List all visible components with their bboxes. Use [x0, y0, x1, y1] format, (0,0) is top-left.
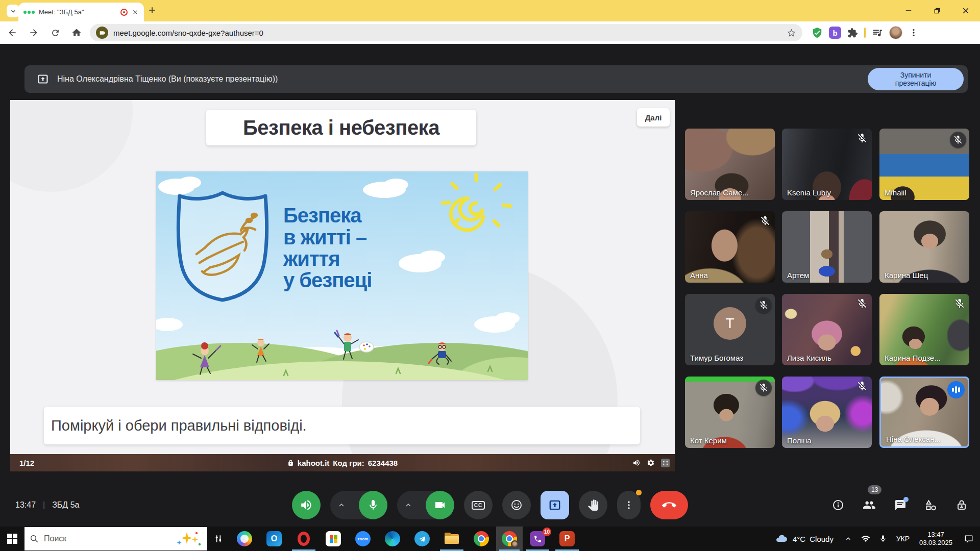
mic-muted-icon	[954, 298, 965, 309]
participant-tile[interactable]: Карина Шец	[879, 211, 969, 283]
camera-icon	[434, 499, 446, 511]
chrome-active-app-icon[interactable]	[496, 527, 523, 551]
participant-name: Mihaiil	[885, 188, 906, 197]
info-button[interactable]	[832, 499, 844, 511]
raise-hand-button[interactable]	[579, 491, 607, 519]
tab-close-icon[interactable]	[132, 9, 139, 16]
bookmark-star-icon[interactable]	[787, 28, 796, 38]
present-button[interactable]	[541, 491, 569, 519]
reactions-button[interactable]	[502, 491, 531, 519]
window-restore-button[interactable]	[923, 0, 951, 21]
taskbar-clock[interactable]: 13:47 03.03.2025	[914, 531, 958, 547]
participant-tile[interactable]: Карина Подзе...	[879, 294, 969, 365]
participant-name: Лиза Кисиль	[787, 354, 831, 362]
leave-call-button[interactable]	[650, 491, 688, 519]
mic-muted-icon	[856, 298, 868, 309]
window-close-button[interactable]	[951, 0, 980, 21]
start-button[interactable]	[0, 527, 24, 551]
speaker-icon	[300, 498, 313, 512]
chrome-app-icon[interactable]	[467, 527, 496, 551]
notification-center-button[interactable]	[958, 527, 980, 551]
participant-name: Ярослав Саме...	[690, 188, 749, 197]
mic-button[interactable]	[359, 491, 387, 519]
powerpoint-app-icon[interactable]: P	[552, 527, 582, 551]
shield-extension-icon[interactable]	[812, 27, 823, 38]
presentation-icon	[37, 73, 49, 85]
slide-title-box: Безпека і небезпека	[206, 110, 476, 145]
back-button[interactable]	[3, 23, 21, 42]
mic-muted-icon	[950, 132, 966, 148]
file-explorer-app-icon[interactable]	[437, 527, 467, 551]
window-minimize-button[interactable]	[894, 0, 923, 21]
participant-tile[interactable]: Поліна	[782, 377, 872, 448]
copilot-app-icon[interactable]	[230, 527, 259, 551]
more-options-button[interactable]	[617, 491, 641, 519]
fullscreen-icon[interactable]	[661, 459, 670, 467]
viber-app-icon[interactable]: 10	[523, 527, 552, 551]
slide-title: Безпека і небезпека	[243, 116, 439, 139]
host-controls-button[interactable]	[955, 499, 968, 511]
tray-mic-icon[interactable]	[874, 527, 892, 551]
speaker-button[interactable]	[292, 491, 321, 519]
camera-in-use-icon[interactable]	[96, 27, 108, 39]
stop-presentation-button[interactable]: Зупинити презентацію	[868, 68, 964, 90]
question-box: Поміркуй і обери правильні відповіді.	[44, 407, 640, 444]
task-view-button[interactable]	[207, 527, 230, 551]
reload-button[interactable]	[46, 23, 64, 42]
participant-name: Артем	[787, 271, 809, 280]
microsoft-store-app-icon[interactable]	[318, 527, 348, 551]
participant-tile[interactable]: Ksenia Lubiy	[782, 129, 872, 200]
browser-tab[interactable]: Meet: "ЗБД 5а"	[18, 3, 144, 21]
media-controls-icon[interactable]	[872, 27, 883, 38]
present-icon	[548, 498, 561, 512]
tab-search-button[interactable]	[7, 5, 19, 17]
b-extension-icon[interactable]: b	[829, 27, 841, 39]
telegram-app-icon[interactable]	[407, 527, 437, 551]
forward-button[interactable]	[24, 23, 43, 42]
participant-tile[interactable]: Кот Керим	[685, 377, 775, 448]
tray-expand-chevron[interactable]	[840, 527, 857, 551]
new-tab-button[interactable]	[147, 5, 157, 15]
profile-avatar[interactable]	[889, 26, 902, 39]
slide-decoration-circle	[10, 100, 133, 192]
opera-app-icon[interactable]	[289, 527, 318, 551]
participant-tile[interactable]: Лиза Кисиль	[782, 294, 872, 365]
people-button[interactable]: 13	[863, 498, 876, 512]
wifi-icon[interactable]	[857, 527, 874, 551]
mic-options-chevron[interactable]	[330, 500, 353, 510]
next-button[interactable]: Далі	[637, 108, 670, 127]
lock-icon	[287, 460, 294, 466]
camera-options-chevron[interactable]	[397, 500, 420, 510]
more-options-icon	[623, 499, 634, 511]
home-button[interactable]	[67, 23, 86, 42]
chat-button[interactable]	[894, 499, 906, 511]
language-indicator[interactable]: УКР	[892, 535, 914, 543]
volume-icon[interactable]	[632, 459, 641, 467]
participant-tile[interactable]: Артем	[782, 211, 872, 283]
page-counter: 1/12	[19, 459, 34, 467]
zoom-app-icon[interactable]: zoom	[348, 527, 378, 551]
weather-widget[interactable]: 4°C Cloudy	[767, 533, 840, 545]
activities-button[interactable]	[925, 499, 937, 511]
camera-button[interactable]	[426, 491, 454, 519]
url-text[interactable]: meet.google.com/sno-qxde-gxe?authuser=0	[113, 29, 781, 37]
settings-gear-icon[interactable]	[647, 459, 655, 467]
outlook-app-icon[interactable]: O	[259, 527, 289, 551]
kahoot-domain: kahoot.it	[298, 459, 330, 467]
windows-taskbar: Поиск O zoom 10 P	[0, 527, 980, 551]
mic-muted-icon	[760, 215, 771, 227]
hand-icon	[587, 499, 599, 511]
search-box[interactable]: Поиск	[24, 527, 207, 550]
extensions-puzzle-icon[interactable]	[847, 28, 858, 38]
participant-tile[interactable]: Ніна Олексан...	[879, 377, 969, 448]
edge-app-icon[interactable]	[378, 527, 407, 551]
participant-tile[interactable]: Mihaiil	[879, 129, 969, 200]
captions-button[interactable]: CC	[464, 491, 493, 519]
participant-tile[interactable]: Анна	[685, 211, 775, 283]
participant-count-badge: 13	[868, 485, 881, 494]
participant-tile[interactable]: Т Тимур Богомаз	[685, 294, 775, 365]
participant-tile[interactable]: Ярослав Саме...	[685, 129, 775, 200]
address-bar[interactable]: meet.google.com/sno-qxde-gxe?authuser=0	[90, 24, 802, 41]
browser-menu-icon[interactable]	[909, 28, 919, 38]
chrome-profile-avatar	[511, 540, 519, 548]
